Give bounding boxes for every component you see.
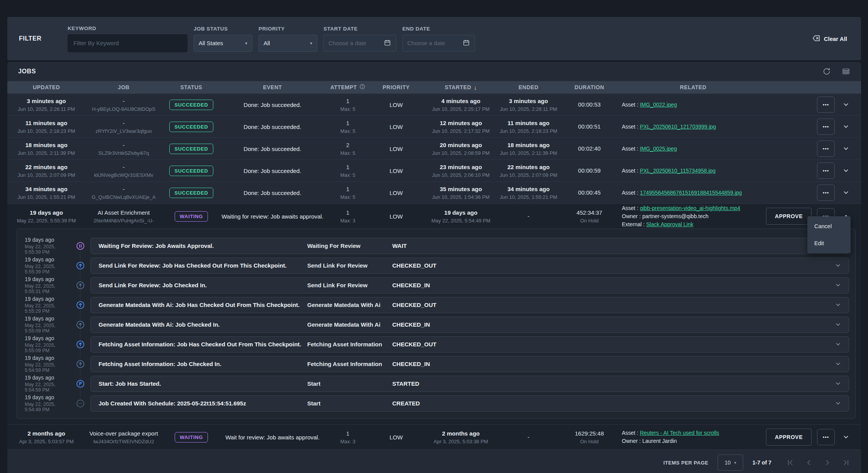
- chevron-down-icon[interactable]: [835, 341, 841, 347]
- keyword-input[interactable]: [68, 34, 187, 52]
- related-asset-link[interactable]: qibb-presentation-video_ai-highlights.mp…: [640, 205, 740, 211]
- row-menu-button[interactable]: •••: [817, 97, 835, 113]
- attempt-max: Max: 5: [330, 194, 365, 200]
- chevron-down-icon[interactable]: [835, 381, 841, 387]
- row-menu-button[interactable]: •••: [817, 119, 835, 135]
- timeline-event-card[interactable]: Send Link For Review: Job Checked In. Se…: [90, 277, 849, 293]
- event-text: Waiting for review: Job awaits approval.: [214, 213, 330, 220]
- last-page-button[interactable]: [842, 458, 850, 467]
- expand-row-button[interactable]: [840, 434, 852, 440]
- job-status-label: JOB STATUS: [194, 26, 252, 32]
- approve-button[interactable]: APPROVE: [766, 208, 812, 225]
- filter-panel-title: FILTER: [19, 35, 68, 42]
- event-time-absolute: May 22, 2025, 5:54:49 PM: [25, 402, 70, 412]
- event-text: Done: Job succeeded.: [214, 102, 330, 108]
- expand-row-button[interactable]: [840, 124, 852, 130]
- ended-relative: 3 minutes ago: [495, 98, 562, 105]
- chevron-down-icon: ▾: [734, 460, 737, 465]
- chevron-down-icon[interactable]: [835, 263, 841, 268]
- related-asset-link[interactable]: Reuters - AI Tech used for scrolls: [640, 430, 719, 436]
- start-date-input[interactable]: Choose a date: [323, 35, 396, 52]
- event-time-relative: 19 days ago: [25, 355, 70, 361]
- related-asset-label: Asset :: [622, 168, 638, 174]
- job-row: 22 minutes agoJun 10, 2025, 2:07:09 PM -…: [7, 159, 861, 181]
- related-asset-link[interactable]: 1749556456867615169188415544859.jpg: [640, 190, 742, 196]
- event-text: Done: Job succeeded.: [214, 190, 330, 196]
- previous-page-button[interactable]: [805, 458, 813, 467]
- event-checkpoint: Start: [307, 400, 392, 407]
- related-asset-link[interactable]: PXL_20250610_115734958.jpg: [640, 168, 716, 174]
- page-size-value: 10: [725, 459, 731, 466]
- timeline-event-card[interactable]: Waiting For Review: Job Awaits Approval.…: [90, 238, 849, 254]
- job-id: zRYfY2iV_LV3war3qfguo: [79, 128, 168, 134]
- menu-item-edit[interactable]: Edit: [807, 235, 851, 252]
- approve-button[interactable]: APPROVE: [766, 429, 812, 446]
- row-menu-button[interactable]: •••: [817, 185, 835, 201]
- event-text: Done: Job succeeded.: [214, 146, 330, 152]
- page-size-select[interactable]: 10 ▾: [718, 454, 743, 471]
- related-asset-link[interactable]: IMG_0022.jpeg: [640, 102, 677, 108]
- expand-row-button[interactable]: [840, 102, 852, 108]
- row-menu-button[interactable]: •••: [817, 163, 835, 179]
- column-header-attempt: ATTEMPT: [330, 84, 365, 91]
- job-status-select[interactable]: All States ▾: [194, 35, 252, 52]
- timeline-event-card[interactable]: Fetching Asset Information: Job Has Chec…: [90, 336, 849, 353]
- jobs-console-screen: FILTER KEYWORD JOB STATUS All States ▾ P…: [0, 0, 868, 473]
- priority-select[interactable]: All ▾: [259, 35, 317, 52]
- expand-row-button[interactable]: [840, 146, 852, 152]
- expand-row-button[interactable]: [840, 190, 852, 196]
- related-external-link[interactable]: Slack Approval Link: [646, 221, 693, 227]
- priority-value: LOW: [365, 190, 427, 196]
- next-page-button[interactable]: [823, 458, 832, 467]
- event-checkpoint: Waiting For Review: [307, 242, 392, 249]
- end-date-input[interactable]: Choose a date: [402, 35, 475, 52]
- attempt-max: Max: 5: [330, 106, 365, 112]
- job-name: -: [79, 164, 168, 171]
- event-description: Waiting For Review: Job Awaits Approval.: [99, 242, 307, 249]
- job-name: -: [79, 186, 168, 193]
- row-menu-button[interactable]: •••: [817, 429, 835, 445]
- info-icon[interactable]: [359, 84, 365, 91]
- clear-all-button[interactable]: Clear All: [810, 34, 849, 44]
- related-asset-link[interactable]: PXL_20250610_121703999.jpg: [640, 124, 716, 130]
- column-settings-icon[interactable]: [842, 67, 850, 76]
- chevron-down-icon[interactable]: [835, 282, 841, 288]
- updated-absolute: Jun 10, 2025, 2:11:39 PM: [14, 150, 79, 156]
- expand-row-button[interactable]: [840, 168, 852, 174]
- chevron-down-icon[interactable]: [835, 361, 841, 367]
- duration-value: 00:00:51: [562, 123, 616, 130]
- attempt-count: 1: [330, 209, 365, 216]
- attempt-max: Max: 3: [330, 218, 365, 224]
- job-status-value: All States: [199, 40, 223, 46]
- timeline-event-card[interactable]: Fetching Asset Information: Job Checked …: [90, 356, 849, 372]
- job-name: -: [79, 120, 168, 127]
- chevron-down-icon[interactable]: [835, 322, 841, 327]
- refresh-button[interactable]: [822, 67, 831, 76]
- status-badge: SUCCEEDED: [169, 122, 213, 132]
- started-absolute: May 22, 2025, 5:54:49 PM: [427, 218, 495, 224]
- first-page-button[interactable]: [786, 458, 795, 467]
- timeline-event-card[interactable]: Generate Matedata With Ai: Job Has Check…: [90, 297, 849, 313]
- job-row: 11 minutes agoJun 10, 2025, 2:18:23 PM -…: [7, 115, 861, 137]
- related-asset-link[interactable]: IMG_0025.jpeg: [640, 146, 677, 152]
- column-header-started[interactable]: STARTED ↓: [427, 84, 495, 91]
- updated-absolute: Apr 3, 2025, 5:03:57 PM: [14, 439, 79, 444]
- timeline-entry: 19 days agoMay 22, 2025, 5:55:39 PM Send…: [17, 256, 855, 275]
- event-description: Send Link For Review: Job Has Checked Ou…: [99, 262, 307, 269]
- ended-relative: -: [495, 213, 562, 220]
- row-menu-button[interactable]: •••: [817, 141, 835, 157]
- job-row-expanded: 19 days agoMay 22, 2025, 5:55:39 PM AI A…: [7, 203, 861, 229]
- timeline-event-card[interactable]: Job Created With Schedule: 2025-05-22t15…: [90, 395, 849, 412]
- updated-absolute: Jun 10, 2025, 1:55:21 PM: [14, 194, 79, 200]
- event-time-relative: 19 days ago: [25, 276, 70, 282]
- chevron-down-icon[interactable]: [835, 302, 841, 308]
- event-time-relative: 19 days ago: [25, 256, 70, 263]
- menu-item-cancel[interactable]: Cancel: [807, 218, 851, 235]
- job-name: Voice-over package export: [79, 430, 168, 437]
- timeline-event-card[interactable]: Send Link For Review: Job Has Checked Ou…: [90, 258, 849, 274]
- timeline-event-card[interactable]: Generate Matedata With Ai: Job Checked I…: [90, 317, 849, 333]
- clear-all-label: Clear All: [824, 36, 847, 42]
- timeline-event-card[interactable]: Start: Job Has Started. Start STARTED: [90, 376, 849, 392]
- chevron-down-icon[interactable]: [835, 400, 841, 406]
- updated-relative: 19 days ago: [14, 209, 79, 216]
